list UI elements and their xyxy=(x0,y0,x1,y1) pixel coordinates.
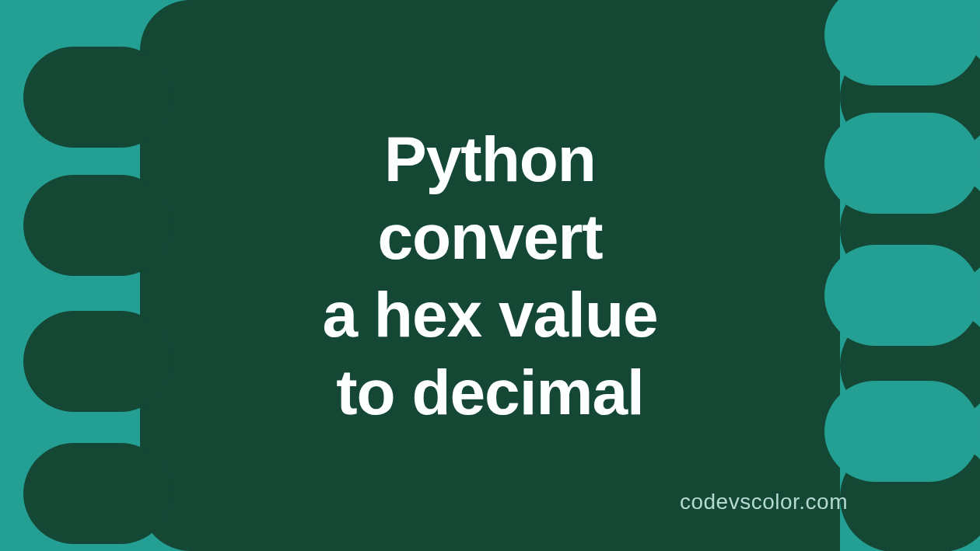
banner-title: Python convert a hex value to decimal xyxy=(0,120,980,431)
title-line-2: convert xyxy=(377,201,602,272)
title-line-4: to decimal xyxy=(336,357,644,427)
title-line-3: a hex value xyxy=(322,279,657,350)
banner-canvas: Python convert a hex value to decimal co… xyxy=(0,0,980,551)
blob-left-lobe xyxy=(23,443,171,544)
blob-right-notch xyxy=(824,0,980,85)
title-line-1: Python xyxy=(384,124,596,194)
watermark-text: codevscolor.com xyxy=(443,490,848,514)
